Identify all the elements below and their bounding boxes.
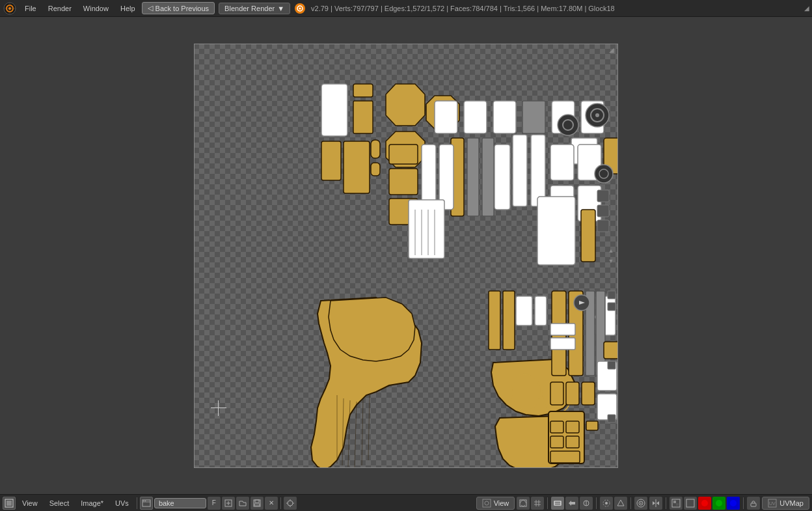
svg-rect-28 — [371, 163, 380, 176]
svg-rect-79 — [550, 382, 563, 405]
svg-rect-107 — [255, 500, 259, 503]
svg-line-62 — [362, 398, 363, 465]
separator-5 — [630, 497, 631, 509]
save-image-button[interactable] — [250, 497, 264, 510]
bottom-right-section: View — [476, 497, 809, 510]
svg-rect-87 — [550, 451, 580, 463]
svg-point-7 — [299, 7, 301, 9]
uv-sync-button[interactable] — [551, 497, 564, 510]
svg-rect-76 — [604, 342, 618, 359]
svg-point-4 — [8, 7, 11, 10]
svg-rect-91 — [608, 361, 616, 369]
svg-rect-31 — [467, 138, 479, 216]
svg-rect-81 — [582, 382, 595, 405]
side-navigation-arrows: ▲ ▼ — [606, 246, 616, 266]
pivot-button[interactable] — [600, 497, 613, 510]
mirror-button[interactable] — [649, 497, 662, 510]
main-viewport: ◢ ▲ ▼ — [0, 17, 812, 494]
uv-editor-canvas[interactable]: ◢ ▲ ▼ — [194, 44, 618, 468]
svg-rect-25 — [344, 141, 370, 193]
separator-7 — [743, 497, 744, 509]
transform-button[interactable] — [284, 497, 297, 510]
svg-rect-98 — [7, 501, 12, 506]
green-button[interactable] — [712, 497, 725, 510]
svg-rect-114 — [483, 499, 491, 507]
uv-weld-button[interactable] — [580, 497, 593, 510]
svg-rect-38 — [389, 169, 418, 195]
svg-point-130 — [640, 503, 642, 504]
svg-rect-89 — [608, 291, 616, 299]
uvmap-selector[interactable]: UV UVMap — [762, 497, 809, 510]
select-menu[interactable]: Select — [44, 498, 75, 508]
image-menu[interactable]: Image* — [75, 498, 109, 508]
f-button[interactable]: F — [208, 497, 221, 510]
render-engine-label: Blender Render — [224, 5, 275, 12]
back-icon: ◁ — [148, 4, 153, 12]
area-type-button[interactable] — [3, 497, 16, 510]
svg-point-140 — [730, 500, 737, 506]
svg-rect-93 — [489, 291, 500, 350]
svg-point-139 — [716, 500, 722, 506]
image-tools-row: F ✕ — [208, 497, 278, 510]
svg-rect-54 — [597, 205, 609, 217]
view-icon — [482, 499, 491, 508]
svg-point-102 — [145, 500, 146, 501]
back-to-previous-button[interactable]: ◁ Back to Previous — [142, 2, 215, 14]
svg-rect-13 — [493, 101, 516, 133]
texture-paint-button[interactable] — [670, 497, 683, 510]
lock-button[interactable] — [747, 497, 760, 510]
svg-rect-56 — [537, 197, 575, 265]
svg-rect-24 — [321, 84, 347, 136]
render-select-button[interactable] — [698, 497, 711, 510]
render-engine-select[interactable]: Blender Render ▼ — [219, 3, 290, 14]
svg-rect-57 — [581, 210, 595, 262]
uv-icons-row — [551, 497, 593, 510]
zoom-extents-button[interactable] — [517, 497, 530, 510]
material-select-button[interactable] — [684, 497, 697, 510]
bake-name-input[interactable] — [154, 498, 206, 508]
svg-rect-135 — [673, 501, 676, 503]
separator-3 — [547, 497, 548, 509]
svg-marker-127 — [617, 500, 624, 506]
svg-rect-96 — [535, 296, 547, 325]
top-right-indicator: ◢ — [804, 5, 809, 12]
svg-rect-26 — [321, 141, 341, 180]
open-image-button[interactable] — [236, 497, 249, 510]
proportional-edit-button[interactable] — [634, 497, 647, 510]
render-menu[interactable]: Render — [43, 3, 77, 14]
view-icons-row — [517, 497, 544, 510]
file-menu[interactable]: File — [20, 3, 42, 14]
top-menubar: File Render Window Help ◁ Back to Previo… — [0, 0, 812, 17]
separator-6 — [666, 497, 666, 509]
svg-rect-34 — [494, 145, 510, 210]
down-arrow[interactable]: ▼ — [606, 256, 616, 266]
up-arrow[interactable]: ▲ — [606, 246, 616, 255]
render-engine-arrow: ▼ — [277, 5, 284, 12]
help-menu[interactable]: Help — [115, 3, 141, 14]
view-menu[interactable]: View — [17, 498, 43, 508]
svg-rect-72 — [550, 324, 575, 335]
grid-view-button[interactable] — [531, 497, 544, 510]
svg-rect-80 — [566, 382, 579, 405]
svg-rect-45 — [550, 145, 574, 180]
uv-stretch-button[interactable] — [565, 497, 578, 510]
uvmap-icon: UV — [768, 499, 777, 508]
svg-point-109 — [288, 501, 293, 506]
snap-button[interactable] — [614, 497, 627, 510]
svg-point-115 — [485, 501, 489, 505]
view-type-select[interactable]: View — [476, 497, 515, 510]
separator-1 — [137, 497, 137, 509]
svg-rect-55 — [597, 220, 609, 232]
svg-marker-132 — [653, 501, 655, 505]
new-image-button[interactable] — [222, 497, 235, 510]
svg-rect-108 — [254, 504, 260, 506]
blue-button[interactable] — [727, 497, 740, 510]
uvs-menu[interactable]: UVs — [110, 498, 134, 508]
cancel-button[interactable]: ✕ — [265, 497, 278, 510]
uvmap-label-text: UVMap — [779, 499, 804, 507]
window-menu[interactable]: Window — [78, 3, 114, 14]
image-browse-button[interactable] — [140, 497, 153, 510]
svg-rect-27 — [371, 140, 380, 158]
separator-4 — [596, 497, 597, 509]
svg-rect-53 — [597, 190, 609, 202]
